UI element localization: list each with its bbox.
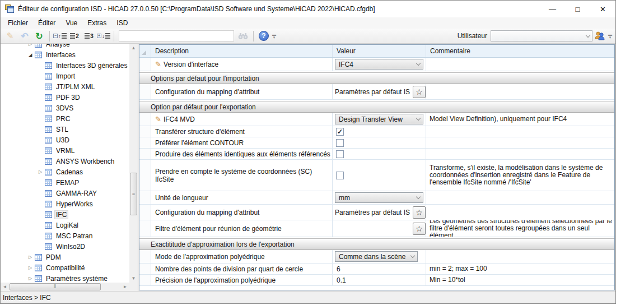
- tree-item-gamma-ray[interactable]: GAMMA-RAY: [1, 188, 129, 198]
- scroll-right-icon[interactable]: ►: [121, 283, 129, 291]
- table-row: Nombre des points de division par quart …: [139, 264, 614, 275]
- column-header-commentaire: Commentaire: [426, 45, 614, 57]
- tree-item-femap[interactable]: FEMAP: [1, 177, 129, 188]
- description-cell: Unité de longueur: [151, 191, 333, 204]
- tree-item-u3d[interactable]: U3D: [1, 135, 129, 145]
- menu-fichier[interactable]: Fichier: [3, 18, 33, 28]
- search-input[interactable]: [119, 30, 234, 41]
- scroll-left-icon[interactable]: ◄: [1, 283, 9, 291]
- tree-item-compatibilite[interactable]: ▷Compatibilité: [1, 262, 129, 273]
- tree-item-3dvs[interactable]: 3DVS: [1, 103, 129, 113]
- checkbox-unchecked[interactable]: [336, 172, 344, 179]
- tree-item-pdm[interactable]: ▷PDM: [1, 252, 129, 262]
- toolbar-separator: [49, 31, 50, 41]
- description-label: Produire des éléments identiques aux élé…: [155, 150, 330, 158]
- table-grid-icon: [35, 265, 42, 271]
- close-button[interactable]: ✕: [590, 1, 615, 17]
- section-header-option-par-defaut-pour-l-exportation: Option par défaut pour l'exportation: [139, 101, 614, 113]
- combobox-value: mm: [339, 194, 417, 202]
- user-manager-button[interactable]: [593, 30, 606, 42]
- value-cell: Paramètres par défaut IS☆: [333, 84, 426, 99]
- table-grid-icon: [45, 147, 52, 154]
- collapse-all-button[interactable]: −↑: [53, 30, 67, 42]
- tree-item-parametres-systeme[interactable]: ▷Paramètres système: [1, 273, 129, 283]
- tree-item-hyperworks[interactable]: HyperWorks: [1, 198, 129, 209]
- tree-item-label: Interfaces: [44, 50, 77, 59]
- maximize-button[interactable]: □: [565, 1, 590, 17]
- favorites-star-button[interactable]: ☆: [413, 86, 426, 98]
- value-combobox[interactable]: IFC4: [335, 59, 423, 70]
- tree-item-ansys-workbench[interactable]: ANSYS Workbench: [1, 156, 129, 167]
- tree-item-ifc[interactable]: IFC: [1, 209, 129, 220]
- value-cell: Paramètres par défaut IS☆: [333, 205, 426, 220]
- vertical-scroll-thumb[interactable]: ≡: [130, 173, 137, 215]
- tree-item-interfaces-3d-generales[interactable]: Interfaces 3D générales: [1, 60, 129, 71]
- tree-item-stl[interactable]: STL: [1, 124, 129, 135]
- horizontal-scroll-thumb[interactable]: ⦀: [10, 283, 101, 290]
- collapsed-arrow-icon[interactable]: ▷: [26, 255, 34, 260]
- minimize-button[interactable]: —: [540, 1, 565, 17]
- search-button[interactable]: [236, 30, 250, 42]
- user-combobox[interactable]: [491, 30, 592, 41]
- expand-level3-button[interactable]: 3: [82, 30, 96, 42]
- refresh-button[interactable]: ↻: [32, 30, 46, 42]
- table-row: Filtre d'élément pour réunion de géométr…: [139, 220, 614, 237]
- expand-level2-button[interactable]: 2: [68, 30, 81, 42]
- tree-item-winiso2d[interactable]: WinIso2D: [1, 241, 129, 252]
- tree-item-logikal[interactable]: LogiKal: [1, 220, 129, 230]
- expand-all-button[interactable]: +↓: [97, 30, 110, 42]
- help-button[interactable]: ?: [257, 30, 270, 42]
- comment-cell: [426, 191, 614, 204]
- checkbox-unchecked[interactable]: [336, 150, 344, 158]
- tree-vertical-scrollbar[interactable]: ▲ ≡ ▼: [129, 44, 138, 283]
- menu-editer[interactable]: Éditer: [33, 18, 60, 28]
- checkbox-unchecked[interactable]: [336, 139, 344, 147]
- tree-item-vrml[interactable]: VRML: [1, 145, 129, 156]
- value-combobox[interactable]: mm: [335, 192, 423, 203]
- tree-item-msc-patran[interactable]: MSC Patran: [1, 230, 129, 241]
- menu-isd[interactable]: ISD: [111, 18, 133, 28]
- value-cell: ✓: [333, 126, 426, 137]
- table-grid-icon: [45, 115, 52, 122]
- menu-extras[interactable]: Extras: [82, 18, 111, 28]
- collapsed-arrow-icon[interactable]: ▷: [26, 276, 34, 281]
- tree-item-interfaces[interactable]: ◢Interfaces: [1, 49, 129, 60]
- tree-horizontal-scrollbar[interactable]: ◄ ⦀ ►: [1, 283, 129, 291]
- scroll-up-icon[interactable]: ▲: [129, 44, 138, 52]
- menu-vue[interactable]: Vue: [60, 18, 82, 28]
- collapsed-arrow-icon[interactable]: ▷: [26, 44, 34, 47]
- table-grid-icon: [45, 105, 52, 112]
- row-gutter: [139, 113, 151, 126]
- collapsed-arrow-icon[interactable]: ▷: [36, 169, 44, 174]
- edit-button[interactable]: ✎: [3, 30, 17, 42]
- toolbar-separator: [114, 31, 114, 41]
- value-text: 6: [335, 265, 426, 273]
- expanded-arrow-icon[interactable]: ◢: [26, 52, 34, 58]
- settings-grid-panel: Description Valeur Commentaire ✎Version …: [139, 44, 615, 290]
- value-combobox[interactable]: Comme dans la scène: [335, 251, 418, 262]
- tree-item-cadenas[interactable]: ▷Cadenas: [1, 167, 129, 177]
- expand-level2-icon: 2: [70, 33, 79, 39]
- tree-item-pdf-3d[interactable]: PDF 3D: [1, 92, 129, 103]
- favorites-star-button[interactable]: ☆: [413, 206, 426, 219]
- description-cell: Prendre en compte le système de coordonn…: [151, 160, 333, 191]
- collapsed-arrow-icon[interactable]: ▷: [26, 265, 34, 270]
- tree-item-import[interactable]: Import: [1, 71, 129, 81]
- toolbar-overflow-button[interactable]: ▬▾: [607, 30, 613, 41]
- description-cell: Préférer l'élément CONTOUR: [151, 137, 333, 148]
- tree-item-analyse[interactable]: ▷Analyse: [1, 44, 129, 49]
- toolbar-overflow-button[interactable]: ▬▾: [271, 30, 277, 41]
- tree-item-jt-plm-xml[interactable]: JT/PLM XML: [1, 81, 129, 92]
- undo-button[interactable]: ↶: [18, 30, 31, 42]
- config-editor-window: Éditeur de configuration ISD - HiCAD 27.…: [0, 0, 616, 304]
- value-combobox[interactable]: Design Transfer View: [335, 114, 423, 124]
- favorites-star-button[interactable]: ☆: [413, 223, 426, 235]
- tree-item-label: JT/PLM XML: [54, 82, 96, 91]
- tree-item-label: LogiKal: [54, 221, 80, 230]
- description-label: Configuration du mapping d'attribut: [155, 88, 259, 96]
- scroll-down-icon[interactable]: ▼: [129, 274, 138, 283]
- tree-item-prc[interactable]: PRC: [1, 113, 129, 124]
- row-gutter: [139, 275, 151, 285]
- checkbox-checked[interactable]: ✓: [336, 128, 344, 136]
- value-cell: [333, 137, 426, 148]
